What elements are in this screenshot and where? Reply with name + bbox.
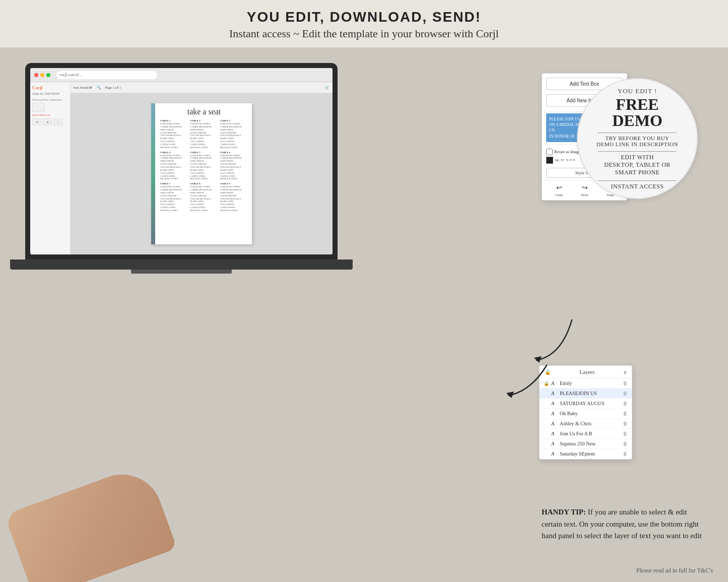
laptop-screen: corjl.com/d/... Corjl Order Id: 15097581… — [25, 63, 338, 260]
toolbar-label: best friend ⊕ — [74, 86, 93, 90]
layer-delete-icon-7[interactable]: 🗑 — [623, 441, 628, 446]
toolbar-page: Page 1 of 1 — [105, 86, 121, 90]
layer-delete-icon-8[interactable]: 🗑 — [623, 451, 628, 457]
browser-url[interactable]: corjl.com/d/... — [56, 71, 157, 79]
main-area: corjl.com/d/... Corjl Order Id: 15097581… — [0, 48, 728, 582]
layer-item-saturday[interactable]: A SATURDAY AUGUS 🗑 — [540, 399, 632, 409]
seating-title: take a seat — [160, 107, 248, 116]
layers-title: Layers — [579, 369, 594, 375]
layer-delete-icon-4[interactable]: 🗑 — [623, 411, 628, 416]
canvas-area[interactable]: take a seat TABLE 1 SAMANTHA JONESCARRIE… — [71, 93, 333, 254]
layer-item-saturdayseptem[interactable]: A Saturday SEptem 🗑 — [540, 449, 632, 459]
layer-type-a-3: A — [551, 401, 557, 406]
undo-button[interactable]: ↩ Undo — [555, 183, 563, 197]
sidebar-thumb — [32, 103, 44, 112]
sidebar-icon-3[interactable]: ✓ — [53, 118, 62, 125]
sidebar-icon-2[interactable]: ⊠ — [43, 118, 52, 125]
sidebar-item — [32, 103, 68, 112]
redo-icon: ↪ — [581, 183, 588, 192]
table-6: TABLE 6 SAMANTHA JONESCARRIE BRADSHAWJOH… — [220, 151, 248, 181]
sidebar-icon-1[interactable]: ⊞ — [32, 118, 41, 125]
layer-type-a-2: A — [551, 391, 557, 396]
demo-demo: DEMO — [612, 112, 663, 128]
svg-marker-1 — [506, 392, 514, 398]
align-icon-2[interactable]: ≡ — [569, 158, 572, 162]
demo-instant: INSTANT ACCESS — [611, 183, 664, 190]
layers-panel: 🔒 Layers ∨ 🔒 A Emily 🗑 A PLEASEJOIN US 🗑… — [539, 365, 632, 460]
layer-lock-icon: 🔒 — [544, 381, 549, 386]
sidebar-label: NoocrayParty Templates — [32, 98, 68, 101]
svg-marker-0 — [534, 356, 542, 363]
table-9: TABLE 9 SAMANTHA JONESCARRIE BRADSHAWJOH… — [220, 182, 248, 212]
chart-content: take a seat TABLE 1 SAMANTHA JONESCARRIE… — [155, 107, 248, 212]
layer-name-ohbaby: Oh Baby — [560, 411, 620, 416]
table-7: TABLE 7 SAMANTHA JONESCARRIE BRADSHAWJOH… — [160, 182, 188, 212]
layer-item-ashley[interactable]: A Ashley & Chris 🗑 — [540, 419, 632, 429]
layer-type-a: A — [551, 380, 557, 386]
demo-link: DEMO LINK IN DESCRIPTION — [597, 141, 678, 147]
layer-name-pleasejoin: PLEASEJOIN US — [560, 391, 620, 396]
table-4: TABLE 4 SAMANTHA JONESCARRIE BRADSHAWJOH… — [160, 151, 188, 181]
layer-name-emily: Emily — [560, 380, 620, 386]
layer-type-a-5: A — [551, 421, 557, 426]
color-swatch[interactable] — [546, 157, 553, 164]
hand-image — [4, 463, 177, 582]
layer-item-pleasejoin[interactable]: A PLEASEJOIN US 🗑 — [540, 389, 632, 399]
table-2: TABLE 2 SAMANTHA JONESCARRIE BRADSHAWJOH… — [190, 119, 218, 149]
layers-lock-icon: 🔒 — [545, 369, 551, 375]
layer-item-ohbaby[interactable]: A Oh Baby 🗑 — [540, 409, 632, 419]
demo-divider-1 — [598, 133, 677, 133]
table-3: TABLE 3 SAMANTHA JONESCARRIE BRADSHAWJOH… — [220, 119, 248, 149]
layer-type-a-6: A — [551, 431, 557, 436]
table-5: TABLE 5 SAMANTHA JONESCARRIE BRADSHAWJOH… — [190, 151, 218, 181]
layer-delete-icon[interactable]: 🗑 — [623, 380, 628, 386]
demo-divider-3 — [598, 180, 677, 181]
laptop-mockup: corjl.com/d/... Corjl Order Id: 15097581… — [10, 63, 353, 305]
chart-decor — [151, 103, 155, 244]
corjl-logo: Corjl — [32, 85, 68, 90]
layers-chevron-icon[interactable]: ∨ — [623, 369, 627, 375]
layer-item-supinos[interactable]: A Supinos 250 New 🗑 — [540, 439, 632, 449]
demo-free: FREE — [616, 96, 658, 112]
top-banner: YOU EDIT, DOWNLOAD, SEND! Instant access… — [0, 0, 728, 48]
handy-tip-bold: HANDY TIP: — [542, 508, 586, 516]
layer-name-saturday: SATURDAY AUGUS — [560, 401, 620, 406]
editor-main: best friend ⊕ 🔍 Page 1 of 1 🛒 take a sea… — [71, 82, 333, 254]
redo-button[interactable]: ↪ Redo — [581, 183, 588, 197]
layer-delete-icon-3[interactable]: 🗑 — [623, 401, 628, 406]
align-icon-3[interactable]: ≡ — [573, 158, 575, 162]
align-icon-1[interactable]: ≡ — [566, 158, 569, 162]
layer-name-ashley: Ashley & Chris — [560, 421, 620, 426]
layer-type-a-4: A — [551, 411, 557, 416]
demo-smart: SMART PHONE — [615, 169, 660, 176]
layers-header: 🔒 Layers ∨ — [540, 366, 632, 378]
layer-delete-icon-6[interactable]: 🗑 — [623, 431, 628, 436]
toolbar-zoom: 🔍 — [97, 86, 101, 90]
layer-item-joinus[interactable]: A Join Us For A B 🗑 — [540, 429, 632, 439]
banner-title2: Instant access ~ Edit the template in yo… — [0, 27, 728, 40]
curved-arrow-1 — [521, 315, 582, 365]
browser-chrome: corjl.com/d/... — [30, 68, 333, 82]
sidebar-icons: ⊞ ⊠ ✓ — [32, 118, 68, 125]
order-id: Order Id: 1509758194 — [32, 92, 68, 95]
editor-toolbar: best friend ⊕ 🔍 Page 1 of 1 🛒 — [71, 82, 333, 93]
screen-inner: corjl.com/d/... Corjl Order Id: 15097581… — [30, 68, 333, 254]
layer-delete-icon-5[interactable]: 🗑 — [623, 421, 628, 426]
editor-area: Corjl Order Id: 1509758194 NoocrayParty … — [30, 82, 333, 254]
fullscreen-dot — [46, 73, 50, 77]
demo-divider-2 — [598, 151, 677, 152]
handy-tip: HANDY TIP: If you are unable to select &… — [542, 506, 703, 542]
free-demo-circle: YOU EDIT ! FREE DEMO TRY BEFORE YOU BUY … — [577, 78, 698, 199]
demo-edit: EDIT WITH — [621, 154, 654, 161]
toolbar-cart[interactable]: 🛒 — [325, 86, 329, 90]
layer-item-emily[interactable]: 🔒 A Emily 🗑 — [540, 378, 632, 389]
incomplete-badge: ● INCOMPLETE — [32, 114, 68, 116]
layer-delete-icon-2[interactable]: 🗑 — [623, 391, 628, 396]
close-dot — [34, 73, 38, 77]
demo-you-edit: YOU EDIT ! — [618, 87, 657, 95]
banner-title1: YOU EDIT, DOWNLOAD, SEND! — [0, 9, 728, 25]
demo-devices: DESKTOP, TABLET OR — [604, 161, 671, 169]
seating-chart: take a seat TABLE 1 SAMANTHA JONESCARRIE… — [151, 103, 252, 244]
demo-try: TRY BEFORE YOU BUY — [605, 135, 669, 141]
resize-checkbox[interactable] — [546, 149, 553, 155]
